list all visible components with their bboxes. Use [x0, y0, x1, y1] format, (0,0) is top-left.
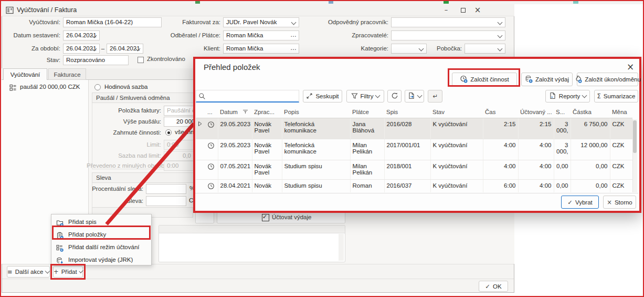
vyuctovani-label: Vyúčtování: — [5, 17, 60, 27]
za-obdobi-to-input[interactable]: 26.04.2021 — [107, 44, 143, 54]
export-button[interactable] — [405, 90, 424, 103]
cell-platce: Roman — [350, 180, 384, 193]
procentualni-sleva-input[interactable] — [146, 184, 186, 194]
chevron-down-icon — [419, 46, 424, 52]
enter-button[interactable]: ↵ — [428, 90, 442, 103]
tree-item-pausal[interactable]: paušál 20 000,00 CZK — [20, 84, 80, 90]
sort-icon — [242, 109, 248, 115]
table-row[interactable]: 29.05.2023 Novák Pavel Telefonická komun… — [196, 139, 632, 160]
sleva-input[interactable] — [146, 196, 186, 206]
zpracovatele-combo[interactable] — [391, 30, 505, 40]
table-row[interactable]: 07.05.2021 Novák Pavel Studium spisu Mil… — [196, 160, 632, 180]
odberatel-label: Odběratel / Plátce: — [168, 30, 220, 40]
kategorie-combo[interactable] — [391, 44, 427, 54]
menu-item-pridat-spis[interactable]: Přidat spis — [51, 216, 152, 228]
prevedeno-label: Převedeno z minulých období: — [87, 161, 161, 171]
tab-vyuctovani[interactable]: Vyúčtování — [3, 68, 47, 80]
fakturovat-za-combo[interactable]: JUDr. Pavel Novák — [223, 17, 299, 27]
table-row[interactable]: 29.05.2023 Novák Pavel Telefonická komun… — [196, 118, 632, 139]
zalozit-vydaj-button[interactable]: Založit výdaj — [521, 73, 573, 86]
cell-uctovany: 4:00 — [518, 180, 554, 193]
hodinova-sazba-label: Hodinová sazba — [104, 84, 147, 90]
header-stav[interactable]: Stav — [430, 107, 483, 118]
table-header-row: ... Datum Zprac... Popis Plátce Spis Sta… — [196, 107, 632, 118]
datum-sestaveni-input[interactable]: 26.04.2021 — [63, 30, 100, 40]
tab-fakturace[interactable]: Fakturace — [48, 68, 86, 80]
klient-input[interactable]: Roman Mička… — [223, 44, 299, 54]
chevron-down-icon — [45, 268, 50, 273]
menu-item-pridat-polozky[interactable]: Přidat položky — [51, 228, 152, 241]
zalozit-cinnost-button[interactable]: Založit činnost — [452, 73, 517, 86]
search-input[interactable] — [196, 90, 299, 103]
za-obdobi-from-input[interactable]: 26.04.2021 — [63, 44, 100, 54]
filtry-button[interactable]: Filtry — [346, 90, 384, 103]
header-popis[interactable]: Popis — [282, 107, 350, 118]
cell-popis: Studium spisu — [282, 180, 350, 193]
vybrat-button[interactable]: ✓Vybrat — [561, 196, 599, 209]
refresh-button[interactable] — [387, 90, 402, 103]
cell-mena: CZK — [610, 139, 632, 160]
notes-scrollbar[interactable] — [339, 234, 344, 261]
table-scrollbar-thumb[interactable] — [633, 120, 637, 153]
header-zprac[interactable]: Zprac... — [252, 107, 282, 118]
pobocka-combo[interactable] — [464, 44, 505, 54]
chevron-down-icon — [498, 33, 503, 38]
reporty-button[interactable]: Reporty — [545, 90, 590, 103]
stav-label: Stav: — [5, 55, 60, 65]
row-marker — [196, 160, 205, 180]
plus-icon: + — [54, 268, 59, 275]
stav-input[interactable]: Rozpracováno — [63, 55, 129, 65]
header-platce[interactable]: Plátce — [350, 107, 384, 118]
items-table: ... Datum Zprac... Popis Plátce Spis Sta… — [196, 107, 632, 192]
header-cas[interactable]: Čas — [483, 107, 518, 118]
sumarizace-button[interactable]: ΣSumarizace — [594, 90, 638, 103]
menu-item-pridat-rezim[interactable]: Přidat další režim účtování — [51, 241, 152, 253]
header-datum[interactable]: Datum — [218, 107, 252, 118]
uctovat-vydaje-checkbox[interactable] — [262, 214, 269, 221]
cell-platce: Milan Pelikán — [350, 139, 384, 160]
seskupit-button[interactable]: Seskupit — [303, 90, 342, 103]
cell-castka: 6 750,00 — [571, 118, 610, 139]
notes-panel[interactable] — [159, 225, 345, 262]
header-mena[interactable]: Měna — [610, 107, 632, 118]
header-spis[interactable]: Spis — [384, 107, 430, 118]
search-icon — [198, 93, 206, 102]
table-row[interactable]: 28.04.2021 Novák Studium spisu Roman 201… — [196, 180, 632, 193]
dalsi-akce-button[interactable]: ≡Další akce — [7, 266, 50, 278]
minimize-button[interactable]: – — [440, 5, 452, 15]
cell-datum: 07.05.2021 — [218, 160, 252, 180]
odpovedny-combo[interactable] — [391, 17, 505, 27]
cell-cas: 4:00 — [483, 160, 518, 180]
hidden-panel-sliver — [195, 211, 214, 223]
uctovat-vydaje-panel: Účtovat výdaje — [217, 211, 345, 223]
header-castka[interactable]: Částka — [571, 107, 610, 118]
filter-icon — [351, 93, 358, 100]
ellipsis-button[interactable]: … — [290, 31, 297, 39]
ellipsis-button[interactable]: … — [290, 44, 297, 52]
polozka-faktury-label: Položka faktury: — [92, 106, 161, 116]
header-uctovany[interactable]: Účtovaný ... — [518, 107, 554, 118]
close-button[interactable]: × — [471, 5, 484, 15]
storno-button[interactable]: ×Storno — [603, 196, 636, 209]
vyuctovani-input[interactable]: Roman Mička (16-04-22) — [63, 17, 162, 27]
odberatel-input[interactable]: Roman Mička… — [223, 30, 299, 40]
header-dots[interactable]: ... — [205, 107, 218, 118]
dialog-close-icon[interactable]: × — [625, 61, 636, 73]
cell-spis: 2016/028 — [384, 118, 430, 139]
ok-button[interactable]: ✓OK — [479, 281, 508, 292]
maximize-button[interactable] — [457, 0, 469, 11]
sleva-label: Sleva: — [76, 196, 143, 206]
hodinova-sazba-radio[interactable] — [94, 84, 101, 90]
zahrnute-vsechny-radio[interactable] — [165, 129, 172, 136]
cell-spis: 2016/037 — [384, 180, 430, 193]
cell-popis: Studium spisu — [282, 160, 350, 180]
menu-item-importovat-vydaje[interactable]: Importovat výdaje (JRK) — [51, 253, 152, 266]
cell-cas: 4:00 — [483, 139, 518, 160]
zkontrolovano-checkbox[interactable] — [138, 57, 144, 63]
cell-uctovany: 4:00 — [518, 139, 554, 160]
cell-s: 0,00 — [554, 180, 571, 193]
header-s[interactable]: S... — [554, 107, 571, 118]
zalozit-ukon-button[interactable]: Založit úkon/odměnu — [577, 73, 638, 86]
odpovedny-label: Odpovědný pracovník: — [323, 17, 388, 27]
cell-mena: CZK — [610, 160, 632, 180]
